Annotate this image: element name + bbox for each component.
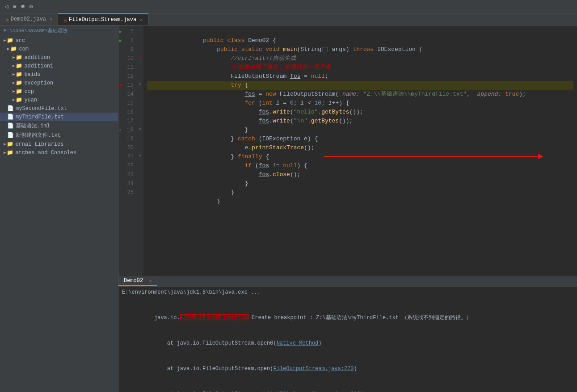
oop-label: oop xyxy=(24,89,34,95)
sidebar-item-libraries[interactable]: ▶ 📁 ernal Libraries xyxy=(0,140,118,148)
baidu-folder-icon: 📁 xyxy=(16,71,22,78)
consoles-icon: 📁 xyxy=(7,149,13,156)
ln-16: 16 xyxy=(118,108,136,117)
sidebar-item-addition[interactable]: ▶ 📁 addition xyxy=(0,53,118,62)
addition-folder-icon: 📁 xyxy=(16,54,22,61)
sidebar-item-com[interactable]: ▶ 📁 com xyxy=(0,45,118,53)
sidebar-item-mysecondfile[interactable]: 📄 mySecondFile.txt xyxy=(0,104,118,113)
sidebar-item-oop[interactable]: ▶ 📁 oop xyxy=(0,87,118,96)
yuan-arrow: ▶ xyxy=(13,97,15,102)
code-editor[interactable]: ▶ 7 ▶ 8 9 10 11 12 ⬟ 13 14 xyxy=(118,25,577,276)
exception-label: exception xyxy=(24,80,53,86)
debug-arrow-7: ▶ xyxy=(119,29,122,34)
ln-25: 25 xyxy=(118,188,136,197)
sidebar: E:\code\JavaSE\基础语法 ▶ 📁 src ▶ 📁 com ▶ 📁 … xyxy=(0,25,118,392)
bookmark-icon-21: ◇ xyxy=(139,153,141,157)
sidebar-item-newfile[interactable]: 📄 新创建的文件.txt xyxy=(0,131,118,140)
stack2-link[interactable]: FileOutputStream.java:270 xyxy=(273,366,354,372)
mythirdfile-icon: 📄 xyxy=(7,114,14,120)
consoles-arrow: ▶ xyxy=(4,150,6,155)
console-line-fnfe: java.io.FileNotFoundException Create bre… xyxy=(122,305,573,331)
console-output[interactable]: E:\environment\java\jdk1.8\bin\java.exe … xyxy=(118,287,577,392)
mythirdfile-label: myThirdFile.txt xyxy=(16,114,64,120)
yuan-label: yuan xyxy=(24,97,37,103)
gutter-8 xyxy=(136,34,143,43)
sidebar-item-exception[interactable]: ▶ 📁 exception xyxy=(0,79,118,87)
ln-23: 23 xyxy=(118,170,136,179)
sidebar-item-addition1[interactable]: ▶ 📁 addition1 xyxy=(0,62,118,70)
gutter-22 xyxy=(136,160,143,169)
com-arrow: ▶ xyxy=(7,46,9,51)
ln-12: 12 xyxy=(118,72,136,81)
main-layout: E:\code\JavaSE\基础语法 ▶ 📁 src ▶ 📁 com ▶ 📁 … xyxy=(0,25,577,392)
sidebar-item-baidu[interactable]: ▶ 📁 baidu xyxy=(0,70,118,79)
tabs-bar: ☕ Demo02.java ✕ ☕ FileOutputStream.java … xyxy=(0,13,577,25)
code-lines[interactable]: public class Demo02 { public static void… xyxy=(143,25,577,276)
gutter-10: ◇ xyxy=(136,52,143,61)
sidebar-item-mythirdfile[interactable]: 📄 myThirdFile.txt xyxy=(0,113,118,121)
code-line-21: if (fos != null) { xyxy=(147,152,573,161)
debug-arrow-8: ▶ xyxy=(119,38,122,43)
gutter-14 xyxy=(136,88,143,97)
addition1-folder-icon: 📁 xyxy=(16,63,22,69)
tab-demo02[interactable]: ☕ Demo02.java ✕ xyxy=(0,13,58,25)
sidebar-item-yuan[interactable]: ▶ 📁 yuan xyxy=(0,96,118,104)
sidebar-item-src[interactable]: ▶ 📁 src xyxy=(0,36,118,45)
addition1-arrow: ▶ xyxy=(13,63,15,68)
console-line-blank1 xyxy=(122,297,573,305)
ln-20: 20 xyxy=(118,143,136,152)
ln-9: 9 xyxy=(118,45,136,54)
line-numbers: ▶ 7 ▶ 8 9 10 11 12 ⬟ 13 14 xyxy=(118,25,136,276)
addition1-label: addition1 xyxy=(24,63,53,69)
gutter-24 xyxy=(136,177,143,186)
exception-folder-icon: 📁 xyxy=(16,80,22,86)
libraries-icon: 📁 xyxy=(7,141,13,148)
sidebar-item-consoles[interactable]: ▶ 📁 atches and Consoles xyxy=(0,148,118,157)
console-line-cmd: E:\environment\java\jdk1.8\bin\java.exe … xyxy=(122,288,573,297)
settings-icon[interactable]: ⚙ xyxy=(28,2,34,11)
gutter-19 xyxy=(136,133,143,142)
sidebar-item-iml[interactable]: 📄 基础语法.iml xyxy=(0,121,118,131)
ln-15: 15 xyxy=(118,99,136,108)
gutter-25 xyxy=(136,186,143,195)
baidu-label: baidu xyxy=(24,72,40,78)
gutter-12 xyxy=(136,70,143,79)
stack1-link[interactable]: Native Method xyxy=(277,340,319,346)
bookmark-18: ◇ xyxy=(119,128,121,132)
minimize-icon[interactable]: — xyxy=(37,2,42,11)
tab-fos-close[interactable]: ✕ xyxy=(140,17,143,22)
bottom-panel: Demo02 ✕ E:\environment\java\jdk1.8\bin\… xyxy=(118,276,577,392)
gutter-23 xyxy=(136,169,143,177)
yuan-folder-icon: 📁 xyxy=(16,97,22,103)
ln-18: ◇ 18 xyxy=(118,126,136,135)
tab-demo02-close[interactable]: ✕ xyxy=(50,17,52,22)
libraries-arrow: ▶ xyxy=(4,142,6,147)
code-editor-wrapper: ▶ 7 ▶ 8 9 10 11 12 ⬟ 13 14 xyxy=(118,25,577,276)
fnfe-link[interactable]: FileNotFoundException xyxy=(180,314,248,321)
bottom-tab-demo02[interactable]: Demo02 ✕ xyxy=(118,276,157,286)
content-area: ▶ 7 ▶ 8 9 10 11 12 ⬟ 13 14 xyxy=(118,25,577,392)
red-arrow xyxy=(324,151,574,163)
src-folder-icon: 📁 xyxy=(7,37,13,44)
toolbar-icon-group: ◁ ≡ ≢ ⚙ — xyxy=(4,2,42,11)
bottom-tab-close[interactable]: ✕ xyxy=(149,278,152,283)
gutter-15 xyxy=(136,97,143,106)
ln-8: ▶ 8 xyxy=(118,36,136,45)
back-icon[interactable]: ◁ xyxy=(4,2,9,11)
console-line-stack1: at java.io.FileOutputStream.open0(Native… xyxy=(122,331,573,356)
oop-folder-icon: 📁 xyxy=(16,88,22,95)
ln-10: 10 xyxy=(118,54,136,63)
tab-fos-label: FileOutputStream.java xyxy=(69,17,136,23)
newfile-label: 新创建的文件.txt xyxy=(16,131,61,139)
tab-fos[interactable]: ☕ FileOutputStream.java ✕ xyxy=(58,13,148,25)
fos-tab-icon: ☕ xyxy=(63,16,67,23)
gutter-16 xyxy=(136,106,143,115)
ln-24: 24 xyxy=(118,179,136,188)
addition-label: addition xyxy=(24,55,50,61)
align-icon-2[interactable]: ≢ xyxy=(20,2,25,11)
com-folder-icon: 📁 xyxy=(10,46,17,52)
ln-21: 21 xyxy=(118,152,136,161)
bookmark-icon-13: ◇ xyxy=(139,82,141,86)
align-icon-1[interactable]: ≡ xyxy=(12,2,17,11)
bottom-tab-demo02-label: Demo02 xyxy=(124,278,143,284)
